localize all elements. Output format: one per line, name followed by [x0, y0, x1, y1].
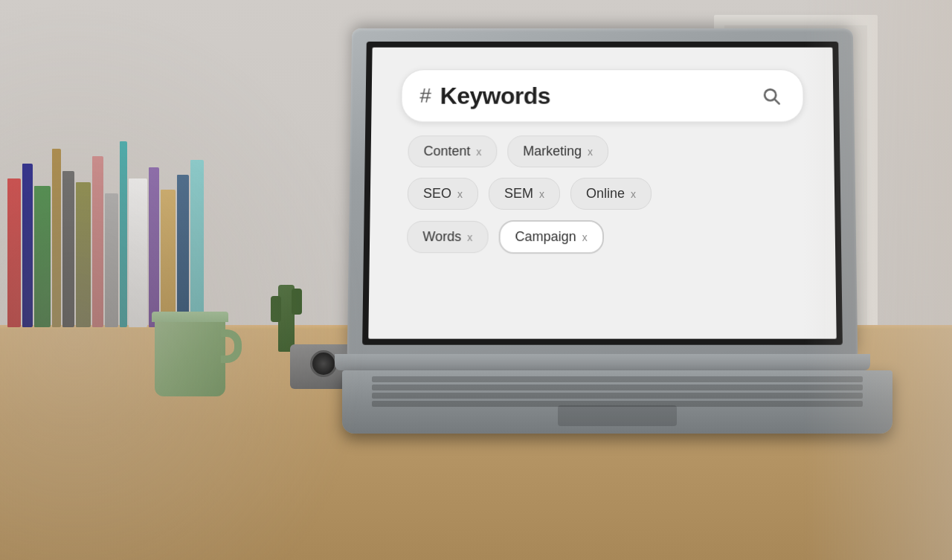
tag-words[interactable]: Words x — [407, 221, 488, 253]
book-11 — [149, 167, 159, 327]
tag-online[interactable]: Online x — [570, 178, 652, 210]
coffee-mug — [155, 315, 225, 396]
cactus — [271, 263, 301, 352]
book-2 — [22, 164, 33, 327]
tag-words-label: Words — [422, 229, 461, 245]
tag-sem[interactable]: SEM x — [489, 178, 560, 210]
tag-marketing[interactable]: Marketing x — [507, 135, 608, 167]
cactus-arm-right — [292, 289, 302, 315]
search-icon[interactable] — [757, 82, 785, 110]
tags-area: Content x Marketing x SEO — [399, 135, 805, 254]
keyboard-rows — [372, 376, 863, 407]
laptop-bezel: # Keywords — [362, 42, 843, 345]
hash-symbol: # — [419, 86, 431, 106]
laptop-base — [335, 354, 870, 370]
tag-marketing-label: Marketing — [523, 144, 582, 159]
book-7 — [92, 156, 103, 327]
tag-seo-close[interactable]: x — [457, 188, 463, 200]
tag-content-label: Content — [423, 144, 470, 159]
trackpad[interactable] — [558, 405, 677, 426]
tag-seo-label: SEO — [423, 186, 451, 202]
book-1 — [7, 178, 21, 327]
cactus-body — [278, 285, 295, 352]
book-13 — [177, 175, 189, 327]
tag-campaign-close[interactable]: x — [582, 231, 588, 243]
cactus-arm-left — [271, 296, 281, 322]
keyboard-row-3 — [372, 393, 863, 399]
tag-online-close[interactable]: x — [631, 188, 636, 200]
tag-content-close[interactable]: x — [476, 146, 481, 158]
book-10 — [129, 178, 147, 327]
book-6 — [76, 182, 91, 327]
book-9 — [120, 141, 127, 327]
svg-line-1 — [775, 100, 779, 104]
keyboard-row-2 — [372, 384, 863, 390]
tag-marketing-close[interactable]: x — [588, 146, 593, 158]
book-14 — [190, 160, 204, 327]
mug-rim — [152, 312, 228, 322]
books-area — [7, 104, 238, 327]
tag-seo[interactable]: SEO x — [408, 178, 478, 210]
search-bar[interactable]: # Keywords — [401, 69, 804, 122]
laptop-display: # Keywords — [368, 48, 836, 339]
search-input[interactable]: Keywords — [440, 83, 748, 110]
book-3 — [34, 186, 51, 327]
tag-campaign[interactable]: Campaign x — [498, 220, 604, 254]
tag-sem-close[interactable]: x — [539, 188, 544, 200]
book-5 — [62, 171, 74, 327]
laptop: # Keywords — [335, 27, 870, 434]
book-8 — [105, 193, 118, 327]
tags-row-1: Content x Marketing x — [408, 135, 804, 167]
laptop-keyboard — [342, 370, 892, 434]
tag-sem-label: SEM — [504, 186, 533, 202]
tags-row-3: Words x Campaign x — [407, 220, 805, 254]
laptop-screen-outer: # Keywords — [347, 28, 858, 355]
keyboard-row-1 — [372, 376, 863, 382]
tag-campaign-label: Campaign — [515, 229, 576, 245]
tags-row-2: SEO x SEM x Online x — [408, 178, 805, 210]
book-4 — [52, 149, 61, 327]
tag-content[interactable]: Content x — [408, 135, 497, 167]
tag-online-label: Online — [586, 186, 625, 202]
tag-words-close[interactable]: x — [467, 231, 472, 243]
scene: # Keywords — [0, 0, 952, 560]
book-12 — [161, 190, 176, 327]
